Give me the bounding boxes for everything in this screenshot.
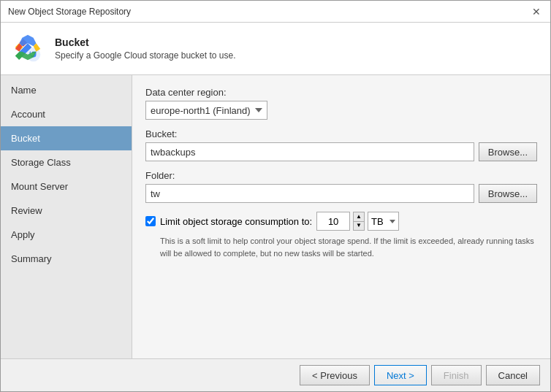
footer: < Previous Next > Finish Cancel	[1, 358, 550, 391]
folder-input[interactable]	[145, 184, 474, 203]
limit-checkbox[interactable]	[145, 216, 156, 226]
sidebar-item-summary[interactable]: Summary	[1, 247, 132, 271]
google-cloud-icon	[11, 32, 45, 66]
header-title: Bucket	[55, 36, 235, 48]
header-text: Bucket Specify a Google Cloud storage bu…	[55, 36, 235, 61]
limit-checkbox-row: Limit object storage consumption to: ▲ ▼…	[145, 212, 537, 231]
limit-unit-select[interactable]: TB GB	[368, 212, 399, 231]
bucket-row: Browse...	[145, 142, 537, 161]
close-button[interactable]: ✕	[530, 5, 543, 18]
bucket-label: Bucket:	[145, 128, 537, 139]
datacenter-group: Data center region: europe-north1 (Finla…	[145, 87, 537, 120]
sidebar-item-account[interactable]: Account	[1, 102, 132, 126]
limit-group: Limit object storage consumption to: ▲ ▼…	[145, 212, 537, 259]
datacenter-select[interactable]: europe-north1 (Finland)	[145, 101, 267, 120]
sidebar-item-name[interactable]: Name	[1, 78, 132, 102]
dialog-title: New Object Storage Repository	[8, 7, 131, 17]
limit-spinner: ▲ ▼	[353, 212, 365, 231]
sidebar: Name Account Bucket Storage Class Mount …	[1, 75, 132, 358]
limit-checkbox-label[interactable]: Limit object storage consumption to:	[160, 216, 312, 227]
folder-group: Folder: Browse...	[145, 170, 537, 203]
browse-bucket-button[interactable]: Browse...	[479, 142, 537, 161]
sidebar-item-apply[interactable]: Apply	[1, 223, 132, 247]
header-subtitle: Specify a Google Cloud storage bucket to…	[55, 50, 235, 61]
bucket-group: Bucket: Browse...	[145, 128, 537, 161]
browse-folder-button[interactable]: Browse...	[479, 184, 537, 203]
spinner-down-button[interactable]: ▼	[354, 222, 364, 231]
previous-button[interactable]: < Previous	[300, 365, 370, 385]
dialog: New Object Storage Repository ✕ Bucket S…	[0, 0, 551, 392]
limit-value-input[interactable]	[316, 212, 350, 231]
limit-hint-text: This is a soft limit to help control you…	[160, 235, 537, 259]
header-section: Bucket Specify a Google Cloud storage bu…	[1, 23, 550, 75]
sidebar-item-mount-server[interactable]: Mount Server	[1, 174, 132, 199]
limit-controls: ▲ ▼ TB GB	[316, 212, 399, 231]
datacenter-label: Data center region:	[145, 87, 537, 98]
spinner-up-button[interactable]: ▲	[354, 212, 364, 222]
body: Name Account Bucket Storage Class Mount …	[1, 75, 550, 358]
next-button[interactable]: Next >	[374, 365, 427, 385]
finish-button[interactable]: Finish	[431, 365, 482, 385]
cancel-button[interactable]: Cancel	[486, 365, 540, 385]
sidebar-item-review[interactable]: Review	[1, 199, 132, 223]
sidebar-item-storage-class[interactable]: Storage Class	[1, 150, 132, 174]
folder-row: Browse...	[145, 184, 537, 203]
bucket-input[interactable]	[145, 142, 474, 161]
folder-label: Folder:	[145, 170, 537, 181]
title-bar: New Object Storage Repository ✕	[1, 1, 550, 23]
content-area: Data center region: europe-north1 (Finla…	[132, 75, 550, 358]
sidebar-item-bucket[interactable]: Bucket	[1, 126, 132, 150]
